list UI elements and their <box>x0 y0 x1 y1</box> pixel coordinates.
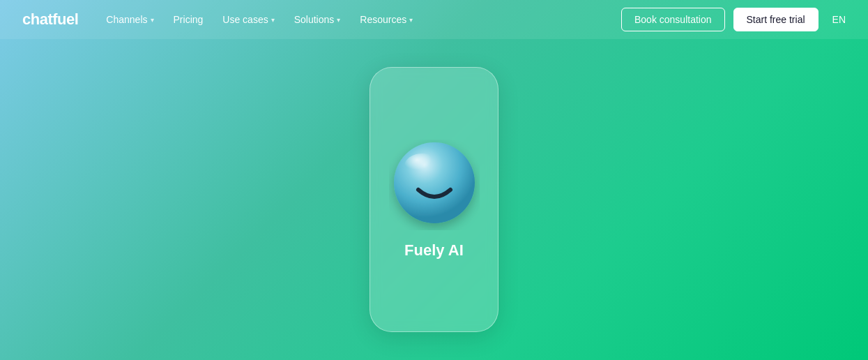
chevron-down-icon-2: ▾ <box>271 16 275 24</box>
language-selector[interactable]: EN <box>832 14 846 25</box>
hero-section: Fuely AI <box>0 39 868 360</box>
chevron-down-icon-4: ▾ <box>409 16 413 24</box>
nav-solutions-label: Solutions <box>294 14 335 25</box>
navbar: chatfuel Channels ▾ Pricing Use cases ▾ … <box>0 0 868 39</box>
nav-resources-label: Resources <box>360 14 406 25</box>
nav-solutions[interactable]: Solutions ▾ <box>294 14 341 25</box>
nav-actions: Book consultation Start free trial EN <box>621 8 846 31</box>
nav-channels[interactable]: Channels ▾ <box>106 14 153 25</box>
chevron-down-icon: ▾ <box>151 16 154 24</box>
card-title: Fuely AI <box>404 241 464 260</box>
chevron-down-icon-3: ▾ <box>337 16 340 24</box>
nav-use-cases-label: Use cases <box>222 14 268 25</box>
nav-pricing[interactable]: Pricing <box>174 14 204 25</box>
nav-channels-label: Channels <box>106 14 147 25</box>
logo[interactable]: chatfuel <box>22 10 78 29</box>
nav-resources[interactable]: Resources ▾ <box>360 14 413 25</box>
nav-pricing-label: Pricing <box>174 14 204 25</box>
nav-links: Channels ▾ Pricing Use cases ▾ Solutions… <box>106 14 621 25</box>
logo-text: chatfuel <box>22 10 78 29</box>
smiley-ball <box>389 140 480 230</box>
book-consultation-button[interactable]: Book consultation <box>621 8 725 31</box>
nav-use-cases[interactable]: Use cases ▾ <box>222 14 274 25</box>
svg-point-1 <box>404 153 441 179</box>
phone-card: Fuely AI <box>370 67 498 332</box>
start-free-trial-button[interactable]: Start free trial <box>733 8 818 31</box>
svg-point-0 <box>394 142 475 223</box>
